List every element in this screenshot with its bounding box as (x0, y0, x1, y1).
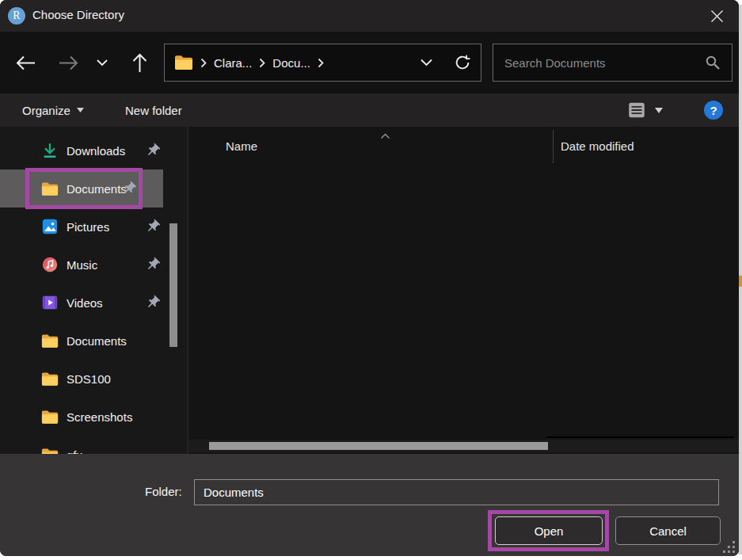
videos-icon (41, 294, 59, 311)
up-arrow-icon (131, 52, 148, 74)
choose-directory-dialog: R Choose Directory (0, 0, 739, 556)
details-view-icon (626, 100, 647, 120)
resize-grip[interactable] (723, 541, 736, 554)
sidebar-item-documents-pinned[interactable]: Documents (0, 170, 163, 208)
sidebar-item-pictures[interactable]: Pictures (0, 208, 187, 246)
new-folder-label: New folder (125, 104, 182, 117)
refresh-icon (454, 53, 471, 72)
sidebar-item-downloads[interactable]: Downloads (0, 131, 187, 170)
music-icon (41, 256, 59, 273)
sidebar-item-label: gfx (67, 448, 82, 455)
command-toolbar: Organize New folder ? (0, 93, 739, 127)
sidebar-item-label: Screenshots (67, 410, 132, 424)
search-icon (705, 55, 721, 70)
organize-button[interactable]: Organize (22, 93, 84, 127)
column-underline (546, 436, 734, 438)
sidebar-items: Downloads (0, 131, 187, 454)
column-header-name[interactable]: Name (226, 139, 257, 153)
sidebar-item-label: SDS100 (67, 372, 111, 386)
pictures-icon (41, 218, 59, 235)
cancel-button[interactable]: Cancel (615, 516, 721, 545)
folder-icon (41, 370, 59, 387)
address-bar[interactable]: Clara... Docu... (164, 44, 481, 82)
forward-arrow-icon (58, 55, 79, 71)
folder-icon (41, 332, 59, 349)
folder-icon (41, 446, 59, 454)
pin-icon[interactable] (121, 181, 137, 196)
help-button[interactable]: ? (704, 93, 723, 127)
screenshot-stage: R Choose Directory (0, 0, 742, 560)
column-header-date-modified[interactable]: Date modified (561, 139, 634, 153)
navigation-bar: Clara... Docu... (0, 32, 739, 93)
back-button[interactable] (10, 32, 41, 93)
window-title: Choose Directory (32, 8, 124, 21)
dialog-content: Downloads (0, 127, 739, 454)
up-button[interactable] (124, 32, 155, 93)
pin-icon[interactable] (145, 143, 161, 158)
folder-name-input[interactable] (194, 479, 719, 505)
breadcrumb-chevron-icon (318, 58, 324, 68)
column-separator[interactable] (553, 130, 554, 163)
organize-label: Organize (22, 104, 70, 117)
cancel-button-label: Cancel (649, 524, 687, 538)
folder-icon (41, 408, 59, 425)
new-folder-button[interactable]: New folder (125, 93, 182, 127)
refresh-button[interactable] (454, 53, 471, 72)
close-button[interactable] (701, 2, 732, 30)
breadcrumb-chevron-icon (200, 58, 207, 68)
rstudio-app-icon: R (8, 7, 25, 25)
dropdown-caret-icon (655, 108, 663, 113)
view-mode-button[interactable] (626, 93, 663, 127)
open-button-label: Open (535, 524, 564, 538)
sidebar-scrollbar-thumb[interactable] (169, 223, 177, 347)
sidebar-item-label: Downloads (67, 144, 125, 158)
sidebar-item-label: Documents (67, 334, 127, 348)
pin-icon[interactable] (145, 295, 161, 310)
open-button[interactable]: Open (495, 516, 603, 545)
search-box (493, 44, 732, 82)
chevron-down-icon (96, 59, 108, 67)
pin-icon[interactable] (145, 219, 161, 234)
breadcrumb-documents[interactable]: Docu... (272, 56, 310, 70)
title-bar: R Choose Directory (0, 0, 739, 32)
breadcrumb-user[interactable]: Clara... (214, 56, 252, 70)
pin-icon[interactable] (145, 257, 161, 272)
horizontal-scrollbar[interactable] (188, 440, 739, 452)
folder-icon (41, 180, 59, 197)
horizontal-scrollbar-thumb[interactable] (209, 442, 548, 450)
file-list-pane: Name Date modified (188, 127, 739, 454)
dropdown-caret-icon (77, 108, 84, 112)
sidebar-item-music[interactable]: Music (0, 246, 187, 284)
column-headers: Name Date modified (188, 127, 739, 166)
breadcrumb-chevron-icon (259, 58, 265, 68)
sidebar-item-sds100[interactable]: SDS100 (0, 360, 187, 398)
search-input[interactable] (504, 56, 705, 70)
forward-button[interactable] (52, 32, 84, 93)
folder-icon (174, 55, 193, 70)
sidebar-scrollbar[interactable] (169, 127, 178, 454)
folder-label: Folder: (145, 485, 182, 498)
help-icon: ? (704, 101, 723, 120)
navigation-pane: Downloads (0, 127, 187, 454)
sidebar-item-gfx[interactable]: gfx (0, 436, 187, 454)
chevron-down-icon (420, 59, 433, 67)
dialog-footer: Folder: Open Cancel (0, 454, 739, 556)
sidebar-item-documents-folder[interactable]: Documents (0, 322, 187, 360)
sort-ascending-icon (380, 128, 390, 143)
sidebar-item-screenshots[interactable]: Screenshots (0, 398, 187, 436)
sidebar-item-label: Music (67, 258, 97, 272)
close-icon (710, 10, 724, 23)
sidebar-item-videos[interactable]: Videos (0, 284, 187, 322)
sidebar-item-label: Pictures (67, 220, 109, 234)
back-arrow-icon (15, 55, 36, 71)
sidebar-item-label: Videos (67, 296, 103, 310)
address-dropdown-button[interactable] (420, 59, 433, 67)
download-icon (41, 142, 59, 159)
recent-locations-button[interactable] (89, 32, 116, 93)
